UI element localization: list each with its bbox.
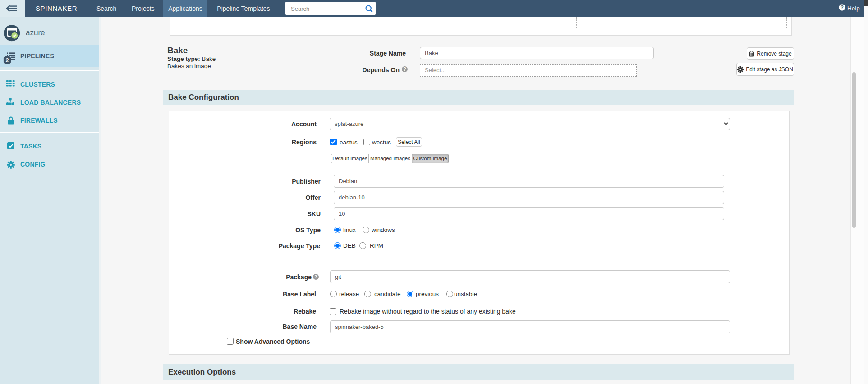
svg-text:2: 2 [6,57,9,64]
svg-text:?: ? [840,5,844,10]
